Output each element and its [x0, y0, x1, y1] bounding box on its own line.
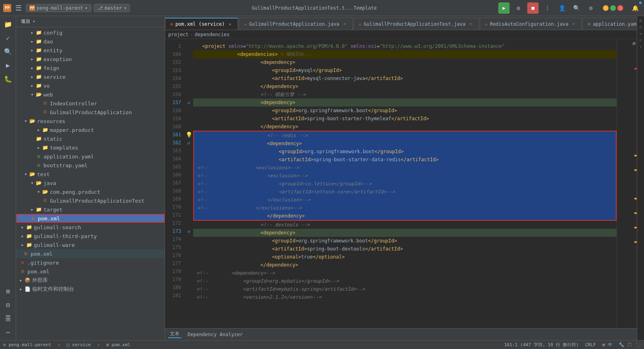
external-arrow [18, 279, 24, 282]
sidebar-item-external[interactable]: 📦 外部库 [16, 276, 165, 285]
code-line-180: <!-- <artifactId>mybatis-spring</artifac… [193, 285, 617, 293]
sidebar-item-service[interactable]: 📁 service [16, 72, 165, 81]
tab-app-yaml[interactable]: ⚙ application.yaml × [582, 18, 637, 30]
close-button[interactable] [617, 5, 623, 11]
tab-redis-close[interactable]: × [571, 21, 576, 27]
right-panel-icon-1[interactable]: ⊞ [638, 18, 644, 23]
stop-button[interactable]: ■ [527, 2, 539, 14]
sidebar-item-pom-root[interactable]: m pom.xml [16, 249, 165, 258]
search-icon[interactable]: 🔍 [571, 2, 582, 14]
activity-terminal-icon[interactable]: ⊟ [2, 298, 14, 311]
sidebar-item-config[interactable]: 📁 config [16, 28, 165, 37]
tab-pom-close[interactable]: × [227, 21, 233, 27]
tab-yaml-label: application.yaml [593, 21, 637, 27]
minimize-button[interactable] [603, 5, 609, 11]
activity-bookmark-icon[interactable]: ⊞ [2, 285, 14, 298]
status-icons-right[interactable]: 🔧 🎵 ⬛ [615, 341, 644, 349]
tab-pom[interactable]: m pom.xml (service) × [165, 18, 238, 30]
gulimall-search-label: gulimall-search [34, 224, 81, 230]
sidebar-item-dao[interactable]: 📁 dao [16, 37, 165, 46]
sidebar-item-gulimall-third-party[interactable]: 📁 gulimall-third-party [16, 232, 165, 240]
dao-label: dao [43, 39, 53, 45]
project-selector[interactable]: PP peng-mall-parent ▾ [26, 4, 91, 12]
tab-gulimall-app[interactable]: ☕ GulimallProductApplication.java × [239, 18, 353, 30]
sidebar-item-scratch[interactable]: 📄 临时文件和控制台 [16, 285, 165, 294]
sidebar-item-target[interactable]: 📁 target [16, 205, 165, 214]
notification-dot [639, 2, 642, 4]
activity-commit-icon[interactable]: ✓ [2, 31, 14, 44]
sidebar-item-feign[interactable]: 📁 feign [16, 64, 165, 72]
sidebar-item-pom-main[interactable]: m pom.xml [16, 267, 165, 276]
sidebar-title: 项目 [21, 18, 30, 25]
sidebar-item-templates[interactable]: 📁 templates [16, 143, 165, 152]
run-button[interactable]: ▶ [498, 2, 510, 14]
sidebar-item-index-controller[interactable]: © IndexController [16, 99, 165, 108]
hamburger-menu[interactable]: ☰ [14, 3, 23, 13]
sidebar-item-java-test[interactable]: 📂 java [16, 179, 165, 187]
activity-db-icon[interactable]: 🗄 [2, 312, 14, 325]
tab-redis[interactable]: ☕ RedisAutoConfiguration.java × [480, 18, 582, 30]
sidebar-item-entity[interactable]: 📁 entity [16, 46, 165, 55]
tab-app-close[interactable]: × [342, 21, 347, 27]
tab-test-close[interactable]: × [468, 21, 474, 27]
sidebar-item-test[interactable]: 📂 test [16, 170, 165, 179]
sidebar-item-app-yaml[interactable]: ⚙ application.yaml [16, 152, 165, 161]
sidebar-item-gitignore[interactable]: ⊙ .gitignore [16, 258, 165, 267]
status-service[interactable]: □ service [64, 341, 94, 349]
activity-project-icon[interactable]: 📁 [2, 18, 14, 31]
sidebar-item-web[interactable]: 📂 web [16, 90, 165, 99]
sidebar-item-gulimall-test[interactable]: © GulimallProductApplicationTest [16, 196, 165, 205]
sidebar-item-gulimall-ware[interactable]: 📁 gulimall-ware [16, 240, 165, 249]
titlebar-right: ▶ ⚙ ■ ⋮ 👤 🔍 ⚙ 🔔 [498, 2, 641, 14]
right-panel-icon-3[interactable]: ≡ [638, 31, 644, 36]
sidebar-item-com-peng[interactable]: 📂 com.peng.product [16, 187, 165, 196]
sidebar-expand-icon: ▾ [33, 19, 35, 24]
status-windows-icons[interactable]: ⊞ 中 [599, 341, 615, 349]
tab-pom-label: pom.xml (service) [175, 21, 225, 27]
mapper-label: mapper.product [50, 127, 94, 133]
right-panel-icon-5[interactable]: ↕ [638, 43, 644, 49]
pom-main-label: pom.xml [27, 269, 50, 275]
sidebar-item-mapper-product[interactable]: 📁 mapper.product [16, 125, 165, 134]
sidebar-item-exception[interactable]: 📁 exception [16, 55, 165, 64]
status-project[interactable]: ⊙ peng-mall-parent [0, 341, 54, 349]
activity-debug-icon[interactable]: 🐛 [2, 72, 14, 85]
right-panel-icon-4[interactable]: ⊙ [638, 37, 644, 43]
static-folder-icon: 📁 [35, 135, 42, 142]
sidebar-item-gulimall-app[interactable]: © GulimallProductApplication [16, 108, 165, 117]
right-panel-icon-2[interactable]: ⊟ [638, 24, 644, 30]
bottom-tab-text[interactable]: 文本 [168, 331, 181, 338]
sidebar-item-gulimall-search[interactable]: 📁 gulimall-search [16, 223, 165, 232]
more-options-icon[interactable]: ⋮ [542, 2, 553, 14]
sidebar-item-static[interactable]: 📁 static [16, 134, 165, 143]
activity-plugin-icon[interactable]: ⋯ [2, 326, 14, 339]
config-arrow [29, 31, 35, 35]
bottom-tab-dependency[interactable]: Dependency Analyzer [186, 332, 244, 337]
user-icon[interactable]: 👤 [556, 2, 568, 14]
sidebar-item-resources[interactable]: 📂 resources [16, 117, 165, 125]
pom-xml-icon: m [30, 215, 36, 222]
sidebar-item-bootstrap-yaml[interactable]: ⚙ bootstrap.yaml [16, 161, 165, 170]
maximize-button[interactable] [610, 5, 616, 11]
breadcrumb-sep1: › [190, 32, 193, 37]
code-line-168: <!-- <artifactId>lettuce-core</artifactI… [194, 188, 616, 196]
notification-bell[interactable]: 🔔 [630, 2, 641, 14]
status-encoding[interactable]: CRLF [582, 341, 599, 349]
breadcrumb-project[interactable]: project [168, 32, 189, 37]
breadcrumb-dependencies[interactable]: dependencies [195, 32, 230, 37]
sidebar-item-vo[interactable]: 📁 vo [16, 81, 165, 90]
activity-search-icon[interactable]: 🔍 [2, 45, 14, 58]
settings2-icon[interactable]: ⚙ [585, 2, 597, 14]
status-pom[interactable]: m pom.xml [103, 341, 134, 349]
activity-run-icon[interactable]: ▶ [2, 59, 14, 72]
static-label: static [43, 136, 62, 142]
code-area[interactable]: <project xmlns="http://maven.apache.org/… [193, 39, 617, 328]
status-position[interactable]: 161:1 (447 字符, 10 行 换行符) [501, 341, 582, 349]
tab-gulimall-test[interactable]: ☕ GulimallProductApplicationTest.java × [353, 18, 479, 30]
settings-icon[interactable]: ⚙ [513, 2, 524, 14]
branch-selector[interactable]: ⎇ master ▾ [94, 4, 130, 12]
sidebar-item-pom-xml[interactable]: m pom.xml [16, 214, 165, 223]
sidebar-header: 项目 ▾ [16, 16, 165, 27]
bootstrap-yaml-label: bootstrap.yaml [43, 162, 88, 168]
gulimall-search-arrow [19, 226, 26, 229]
